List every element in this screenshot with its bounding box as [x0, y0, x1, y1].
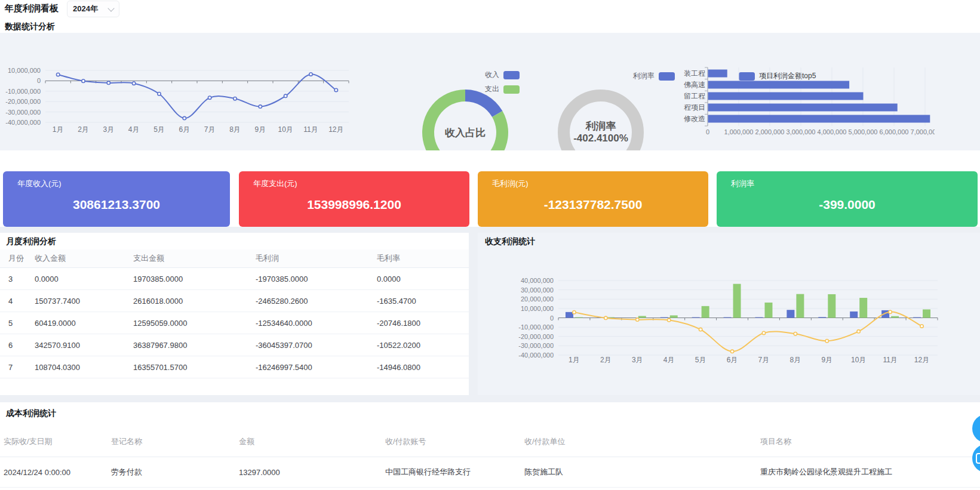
table-cell: -16246997.5400: [247, 356, 368, 378]
table-cell: 3: [0, 268, 26, 290]
svg-text:装工程: 装工程: [684, 69, 705, 78]
svg-text:2月: 2月: [78, 125, 89, 134]
svg-text:1月: 1月: [569, 356, 580, 364]
legend-item-profit-rate[interactable]: 利润率: [633, 71, 675, 81]
svg-text:5月: 5月: [153, 125, 165, 134]
divider: [0, 227, 980, 233]
card-value: -123137782.7500: [478, 198, 708, 212]
svg-text:30,000,000: 30,000,000: [521, 286, 554, 294]
table-cell: -14946.0800: [368, 356, 469, 378]
table-cell: 342570.9100: [26, 334, 125, 356]
table-cell: 劳务付款: [107, 457, 235, 488]
svg-text:-10,000,000: -10,000,000: [518, 323, 554, 331]
svg-text:-40,000,000: -40,000,000: [518, 352, 554, 359]
table-header-row: 月份收入金额支出金额毛利润毛利率: [0, 249, 469, 268]
income-expense-panel: 收支利润统计 40,000,00030,000,00020,000,00010,…: [478, 233, 980, 395]
svg-text:3,000,000: 3,000,000: [787, 128, 816, 135]
svg-text:3月: 3月: [632, 356, 643, 364]
income-expense-combo-chart[interactable]: 40,000,00030,000,00020,000,00010,000,000…: [478, 257, 980, 376]
svg-text:9月: 9月: [254, 125, 266, 134]
column-header: 收/付款单位: [521, 427, 757, 457]
section-title-cost: 成本利润统计: [6, 408, 56, 419]
card-label: 利润率: [731, 178, 754, 189]
svg-text:1月: 1月: [53, 125, 64, 134]
svg-text:佛高速: 佛高速: [684, 81, 705, 89]
svg-text:10月: 10月: [278, 125, 293, 134]
table-cell: 2616018.0000: [125, 290, 247, 312]
chevron-down-icon: [107, 5, 114, 11]
column-header: 登记名称: [107, 427, 235, 457]
legend-label: 收入: [485, 70, 499, 80]
svg-text:-40,000,000: -40,000,000: [5, 119, 41, 126]
svg-text:0: 0: [37, 77, 41, 84]
svg-text:10月: 10月: [851, 356, 866, 364]
project-top5-bar-chart[interactable]: 01,000,0002,000,0003,000,0004,000,0005,0…: [679, 39, 935, 150]
svg-text:-10,000,000: -10,000,000: [5, 88, 41, 95]
svg-text:6,000,000: 6,000,000: [880, 128, 909, 135]
table-row[interactable]: 6342570.910036387967.9800-36045397.0700-…: [0, 334, 469, 356]
column-header: 毛利率: [368, 249, 469, 268]
svg-text:-402.4100%: -402.4100%: [573, 132, 628, 144]
svg-text:20,000,000: 20,000,000: [521, 295, 554, 303]
svg-text:5月: 5月: [695, 356, 706, 364]
column-header: 收/付款账号: [382, 427, 521, 457]
table-row[interactable]: 30.00001970385.0000-1970385.00000.0000: [0, 268, 469, 290]
table-cell: 13297.0000: [235, 457, 382, 488]
svg-text:留工程: 留工程: [684, 92, 705, 100]
svg-text:0: 0: [706, 128, 709, 135]
table-cell: -12534640.0000: [247, 312, 368, 334]
svg-text:-30,000,000: -30,000,000: [518, 342, 554, 349]
column-header: 实际收/支日期: [0, 427, 107, 457]
profit-rate-legend: 利润率: [633, 71, 675, 81]
card-label: 年度支出(元): [253, 178, 297, 189]
table-cell: 16355701.5700: [125, 356, 247, 378]
card-value: -399.0000: [717, 198, 978, 212]
svg-text:12月: 12月: [328, 125, 343, 134]
divider: [0, 395, 980, 402]
legend-item-income[interactable]: 收入: [485, 70, 520, 80]
svg-text:8月: 8月: [229, 125, 241, 134]
table-cell: 0.0000: [368, 268, 469, 290]
svg-text:7,000,000: 7,000,000: [911, 128, 935, 135]
svg-text:10,000,000: 10,000,000: [521, 305, 554, 312]
column-header: 项目名称: [757, 427, 980, 457]
svg-text:7月: 7月: [758, 356, 770, 364]
svg-text:11月: 11月: [883, 356, 897, 364]
monthly-profit-line-chart[interactable]: 10,000,0000-10,000,000-20,000,000-30,000…: [0, 33, 387, 150]
svg-text:1,000,000: 1,000,000: [724, 128, 754, 135]
svg-text:10,000,000: 10,000,000: [8, 67, 41, 74]
profit-rate-donut-chart[interactable]: 利润率-402.4100%: [550, 82, 652, 150]
table-row[interactable]: 560419.000012595059.0000-12534640.0000-2…: [0, 312, 469, 334]
table-cell: 6: [0, 334, 26, 356]
divider: [469, 233, 478, 395]
table-cell: 60419.0000: [26, 312, 125, 334]
income-ratio-donut-chart[interactable]: 收入占比: [414, 82, 516, 150]
column-header: 支出金额: [125, 249, 247, 268]
section-title-stats: 数据统计分析: [5, 21, 55, 32]
feedback-icon: [976, 453, 980, 464]
table-header-row: 实际收/支日期登记名称金额收/付款账号收/付款单位项目名称: [0, 427, 980, 457]
year-select-value: 2024年: [73, 4, 98, 14]
cost-profit-panel: 成本利润统计 实际收/支日期登记名称金额收/付款账号收/付款单位项目名称2024…: [0, 402, 980, 490]
svg-text:-30,000,000: -30,000,000: [5, 109, 41, 116]
svg-text:40,000,000: 40,000,000: [521, 277, 554, 284]
table-row[interactable]: 2024/12/24 0:00:00劳务付款13297.0000中国工商银行经华…: [0, 457, 980, 488]
table-cell: 7: [0, 356, 26, 378]
page-title: 年度利润看板: [5, 3, 59, 14]
column-header: 毛利润: [247, 249, 368, 268]
table-row[interactable]: 7108704.030016355701.5700-16246997.5400-…: [0, 356, 469, 378]
year-select[interactable]: 2024年: [67, 1, 119, 17]
table-row[interactable]: 4150737.74002616018.0000-2465280.2600-16…: [0, 290, 469, 312]
svg-text:3月: 3月: [103, 125, 114, 134]
table-cell: 1970385.0000: [125, 268, 247, 290]
card-annual-expense: 年度支出(元) 153998996.1200: [239, 171, 469, 227]
card-profit-rate: 利润率 -399.0000: [717, 171, 978, 227]
table-cell: 108704.0300: [26, 356, 125, 378]
svg-text:程项目: 程项目: [684, 103, 705, 112]
card-label: 年度收入(元): [17, 178, 62, 189]
svg-text:利润率: 利润率: [585, 121, 616, 132]
table-cell: -2465280.2600: [247, 290, 368, 312]
svg-text:4月: 4月: [663, 356, 675, 364]
table-cell: 中国工商银行经华路支行: [382, 457, 521, 488]
table-cell: 4: [0, 290, 26, 312]
